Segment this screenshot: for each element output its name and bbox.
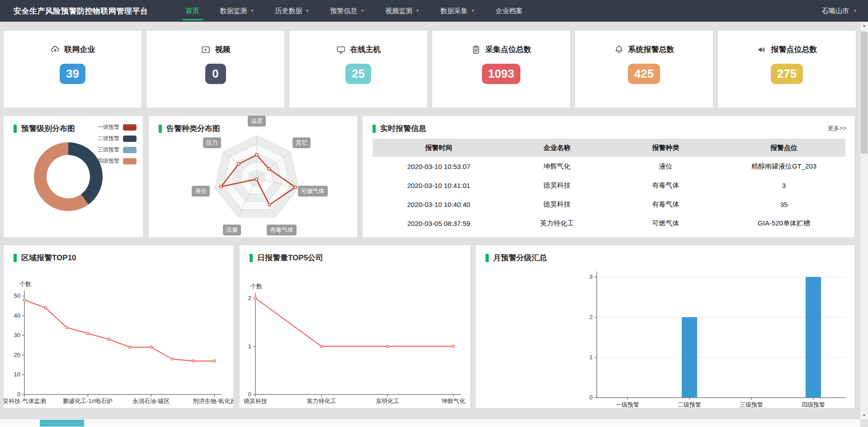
stat-card-联网企业: 联网企业39	[4, 31, 142, 108]
data-point	[171, 358, 173, 360]
table-cell: 3	[722, 182, 845, 189]
radar-data-point	[220, 185, 222, 188]
bar-四级预警	[806, 277, 821, 398]
y-tick-label: 10	[14, 371, 20, 378]
y-tick-label: 50	[14, 292, 20, 299]
nav-item-企业档案[interactable]: 企业档案	[490, 0, 528, 22]
table-cell: 德昊科技	[505, 181, 609, 190]
radar-axis-label-有毒气体: 有毒气体	[267, 225, 297, 235]
table-header-cell: 报警时间	[373, 144, 505, 152]
more-link[interactable]: 更多>>	[828, 124, 846, 132]
chevron-down-icon: ▼	[305, 9, 309, 13]
stat-card-head: 联网企业	[4, 44, 142, 55]
region-label: 石嘴山市	[822, 7, 849, 15]
bar-二级预警	[682, 317, 697, 398]
radar-data-point	[268, 168, 270, 170]
x-axis-label: 四级预警	[802, 401, 825, 408]
table-cell: 2020-03-10 10:41:01	[373, 182, 505, 189]
stat-card-value-badge: 425	[628, 64, 660, 84]
panel-title: 预警级别分布图	[14, 123, 75, 134]
legend-label: 一级预警	[98, 123, 119, 131]
table-cell: 35	[722, 201, 845, 208]
nav-item-数据采集[interactable]: 数据采集▼	[434, 0, 481, 22]
x-axis-label: 二级预警	[678, 401, 701, 408]
data-point	[23, 299, 25, 301]
y-tick-label: 40	[14, 312, 20, 319]
horizontal-scrollbar[interactable]	[0, 419, 860, 427]
stat-card-head: 系统报警总数	[575, 44, 713, 55]
radar-axis-label-温度: 温度	[248, 116, 266, 127]
region-selector[interactable]: 石嘴山市 ▼	[822, 7, 857, 15]
y-tick-label: 1	[590, 354, 593, 361]
y-tick-label: 0	[590, 394, 593, 401]
y-tick-label: 3	[590, 273, 593, 280]
region-top10-line-chart: 01020304050个数昊科技-气体监测鹏盛化工-1#电石炉永润石油-罐区荆洪…	[4, 245, 233, 408]
chevron-down-icon: ▼	[853, 9, 857, 13]
data-point	[66, 326, 68, 328]
radar-axis-label-其它: 其它	[292, 137, 311, 148]
data-point	[108, 338, 110, 340]
nav-item-历史数据[interactable]: 历史数据▼	[269, 0, 315, 22]
x-axis-label: 昊科技-气体监测	[4, 398, 46, 404]
scroll-up-icon[interactable]: ▲	[860, 22, 868, 29]
stat-card-label: 报警点位总数	[771, 44, 817, 55]
horizontal-scrollbar-thumb[interactable]	[40, 420, 84, 427]
table-cell: GIA-520单体贮槽	[722, 219, 845, 228]
legend-item-三级预警[interactable]: 三级预警	[98, 146, 137, 154]
nav-item-label: 视频监测	[385, 7, 412, 15]
daily-top5-line-chart: 012个数德昊科技英力特化工东明化工坤辉气化	[240, 245, 470, 408]
scroll-down-icon[interactable]: ▼	[860, 412, 868, 419]
nav-menu: 首页数据监测▼历史数据▼预警信息▼视频监测▼数据采集▼企业档案	[175, 0, 533, 22]
panel-alarm-type-radar: 告警种类分布图 温度其它可燃气体有毒气体流量液位压力	[149, 116, 357, 237]
app-title: 安全生产风险预警防控物联网管理平台	[14, 6, 148, 16]
table-cell: 2020-03-10 10:53:07	[373, 163, 505, 170]
radar-axis-label-液位: 液位	[192, 186, 210, 197]
legend-swatch	[123, 124, 137, 131]
pie-legend: 一级预警二级预警三级预警四级预警	[98, 120, 137, 169]
radar-data-point	[268, 203, 271, 206]
panel-title-text: 预警级别分布图	[21, 123, 75, 134]
table-row: 2020-03-05 08:37:59英力特化工可燃气体GIA-520单体贮槽	[373, 214, 845, 233]
chevron-down-icon: ▼	[250, 9, 255, 13]
legend-label: 四级预警	[98, 157, 119, 165]
table-header-row: 报警时间企业名称报警种类报警点位	[373, 139, 845, 157]
stat-card-视频: 视频0	[146, 31, 284, 108]
legend-item-一级预警[interactable]: 一级预警	[98, 123, 137, 131]
nav-item-label: 预警信息	[330, 7, 357, 15]
radar-axis-label-流量: 流量	[223, 225, 241, 235]
x-axis-label: 坤辉气化	[441, 398, 465, 404]
y-tick-label: 20	[14, 352, 20, 358]
stat-card-系统报警总数: 系统报警总数425	[575, 31, 713, 108]
vertical-scrollbar[interactable]: ▲ ▼	[860, 22, 868, 419]
x-axis-label: 东明化工	[376, 398, 399, 404]
table-cell: 可燃气体	[609, 219, 722, 228]
data-point	[213, 360, 216, 362]
vertical-scrollbar-thumb[interactable]	[861, 32, 868, 154]
nav-item-label: 数据采集	[440, 7, 467, 15]
legend-item-四级预警[interactable]: 四级预警	[98, 157, 137, 165]
legend-swatch	[123, 147, 137, 153]
nav-item-首页[interactable]: 首页	[180, 0, 205, 22]
nav-item-label: 企业档案	[495, 7, 523, 15]
table-cell: 坤辉气化	[505, 162, 609, 171]
y-tick-label: 1	[248, 343, 251, 350]
legend-item-二级预警[interactable]: 二级预警	[98, 135, 137, 142]
series-line	[255, 298, 453, 347]
nav-item-label: 数据监测	[220, 7, 247, 15]
chevron-down-icon: ▼	[360, 9, 364, 13]
x-axis-label: 一级预警	[616, 401, 639, 408]
y-tick-label: 2	[248, 295, 251, 301]
stat-card-head: 视频	[146, 44, 284, 55]
panel-region-top10: 区域报警TOP10 01020304050个数昊科技-气体监测鹏盛化工-1#电石…	[4, 245, 233, 408]
bell-icon	[614, 45, 624, 55]
chevron-down-icon: ▼	[471, 9, 475, 13]
stat-card-value-badge: 39	[60, 64, 85, 84]
nav-item-数据监测[interactable]: 数据监测▼	[214, 0, 260, 22]
nav-item-预警信息[interactable]: 预警信息▼	[324, 0, 370, 22]
speaker-icon	[757, 45, 767, 55]
y-tick-label: 0	[248, 391, 251, 398]
nav-item-视频监测[interactable]: 视频监测▼	[379, 0, 425, 22]
stat-card-采集点位总数: 采集点位总数1093	[432, 31, 570, 108]
panel-title-text: 实时报警信息	[380, 123, 426, 134]
legend-swatch	[123, 136, 137, 142]
